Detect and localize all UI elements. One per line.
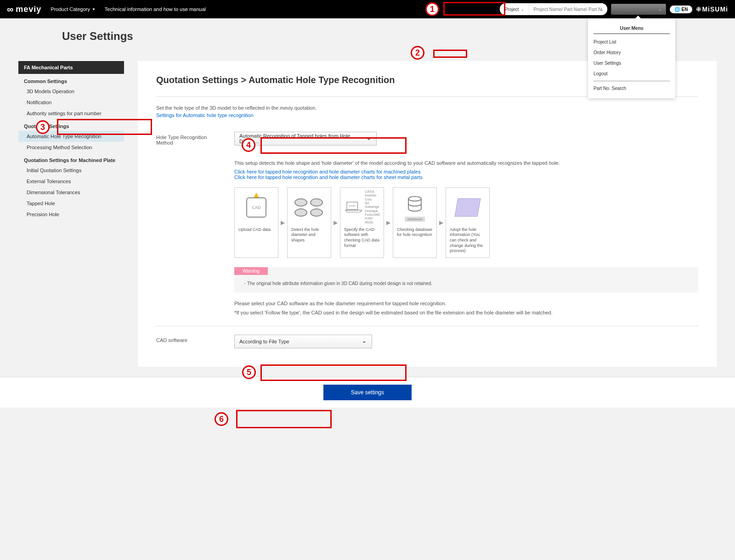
warning-box: Warning ・The original hole attribute inf… <box>234 267 698 292</box>
cad-software-list: CATIAInventorCreo NXSolidedgeOnshape Fus… <box>365 190 380 225</box>
warning-text: ・The original hole attribute information… <box>234 275 698 292</box>
process-card-detect: Detect the hole diameter and shapes <box>287 187 331 258</box>
sidebar-item-authority[interactable]: Authority settings for part number <box>18 108 124 119</box>
chart-link-sheet-metal[interactable]: Click here for tapped hole recognition a… <box>234 174 698 180</box>
user-menu-user-settings[interactable]: User Settings <box>588 58 675 68</box>
sidebar-item-3d-models[interactable]: 3D Models Operation <box>18 86 124 97</box>
annotation-marker-5: 5 <box>242 365 256 379</box>
hole-shapes-icon <box>294 198 324 217</box>
user-menu-order-history[interactable]: Order History <box>588 47 675 58</box>
hole-type-method-select[interactable]: Automatic Recognition of Tapped holes fr… <box>234 132 377 146</box>
description-text: Set the hole type of the 3D model to be … <box>156 105 698 111</box>
arrow-right-icon: ▶ <box>386 219 390 226</box>
warning-label: Warning <box>234 267 268 275</box>
annotation-marker-3: 3 <box>36 120 50 134</box>
nav-technical-info[interactable]: Technical information and how to use man… <box>105 6 206 12</box>
laptop-icon: 3DCAD <box>344 196 363 219</box>
process-card-adopt: Adopt the hole information (You can chec… <box>446 187 490 258</box>
svg-point-2 <box>408 196 421 201</box>
language-selector[interactable]: 🌐 EN <box>670 6 693 13</box>
sidebar-header[interactable]: FA Mechanical Parts <box>18 61 124 74</box>
process-flow: ▲ CAD Upload CAD data ▶ Detect the hol <box>234 187 698 258</box>
cad-file-icon: ▲ CAD <box>246 197 266 218</box>
part-preview-icon <box>454 198 481 217</box>
svg-text:3DCAD: 3DCAD <box>349 205 356 207</box>
cad-software-select[interactable]: According to File Type <box>234 335 372 348</box>
misumi-logo: ⁜MiSUMi <box>696 6 728 13</box>
user-dropdown[interactable]: ⌄ <box>611 4 666 15</box>
method-description: This setup detects the hole shape and 'h… <box>234 159 698 167</box>
process-card-database: database Checking database for hole reco… <box>393 187 437 258</box>
sidebar-section-machined: Quotation Settings for Machined Plate <box>18 153 124 165</box>
search-scope-dropdown[interactable]: Project⌄ <box>500 3 529 15</box>
user-menu-popup: User Menu Project List Order History Use… <box>588 18 675 98</box>
process-card-upload: ▲ CAD Upload CAD data <box>234 187 278 258</box>
logo[interactable]: ∞ meviy <box>7 4 41 15</box>
sidebar-item-notification[interactable]: Notification <box>18 97 124 108</box>
user-menu-title: User Menu <box>594 23 670 34</box>
arrow-right-icon: ▶ <box>334 219 338 226</box>
globe-icon: 🌐 <box>674 7 680 12</box>
sidebar-section-quotation: Quotation Settings <box>18 119 124 131</box>
chevron-down-icon: ⌄ <box>658 7 662 11</box>
sidebar-item-auto-hole[interactable]: Automatic Hole Type Recognition <box>18 131 124 142</box>
annotation-marker-1: 1 <box>425 2 439 16</box>
sidebar-item-external-tol[interactable]: External Tolerances <box>18 176 124 187</box>
user-menu-part-no-search[interactable]: Part No. Search <box>588 83 675 94</box>
arrow-up-icon: ▲ <box>252 190 260 200</box>
sidebar: FA Mechanical Parts Common Settings 3D M… <box>18 61 124 220</box>
infinity-icon: ∞ <box>7 4 14 15</box>
search-group: Project⌄ <box>500 3 607 15</box>
arrow-right-icon: ▶ <box>439 219 443 226</box>
user-menu-project-list[interactable]: Project List <box>588 37 675 47</box>
sidebar-item-precision-hole[interactable]: Precision Hole <box>18 209 124 220</box>
nav-product-category[interactable]: Product Category▼ <box>51 6 96 12</box>
chevron-down-icon: ▼ <box>92 7 96 11</box>
settings-link[interactable]: Settings for Automatic hole type recogni… <box>156 112 698 118</box>
footer-bar: Save settings <box>0 377 735 408</box>
chevron-down-icon: ⌄ <box>521 7 524 11</box>
process-card-specify: 3DCAD CATIAInventorCreo NXSolidedgeOnsha… <box>340 187 384 258</box>
annotation-marker-4: 4 <box>242 138 255 152</box>
sidebar-section-common: Common Settings <box>18 74 124 86</box>
topbar: ∞ meviy Product Category▼ Technical info… <box>0 0 735 18</box>
user-menu-logout[interactable]: Logout <box>588 68 675 79</box>
annotation-marker-2: 2 <box>411 46 424 60</box>
sidebar-item-processing-method[interactable]: Processing Method Selection <box>18 142 124 153</box>
save-settings-button[interactable]: Save settings <box>323 385 412 400</box>
hole-type-method-label: Hole Type Recognition Method <box>156 132 225 146</box>
cad-software-label: CAD software <box>156 335 225 343</box>
sidebar-item-initial-quotation[interactable]: Initial Quotation Settings <box>18 165 124 176</box>
sidebar-item-tapped-hole[interactable]: Tapped Hole <box>18 198 124 209</box>
arrow-right-icon: ▶ <box>281 219 285 226</box>
database-icon <box>406 193 424 216</box>
cad-select-info-1: Please select your CAD software as the h… <box>234 300 698 308</box>
sidebar-item-dimensional-tol[interactable]: Dimensional Tolerances <box>18 187 124 198</box>
chart-link-machined[interactable]: Click here for tapped hole recognition a… <box>234 169 698 174</box>
main-panel: Quotation Settings > Automatic Hole Type… <box>138 61 717 367</box>
cad-select-info-2: *If you select 'Follow file type', the C… <box>234 309 698 317</box>
search-input[interactable] <box>529 3 607 15</box>
